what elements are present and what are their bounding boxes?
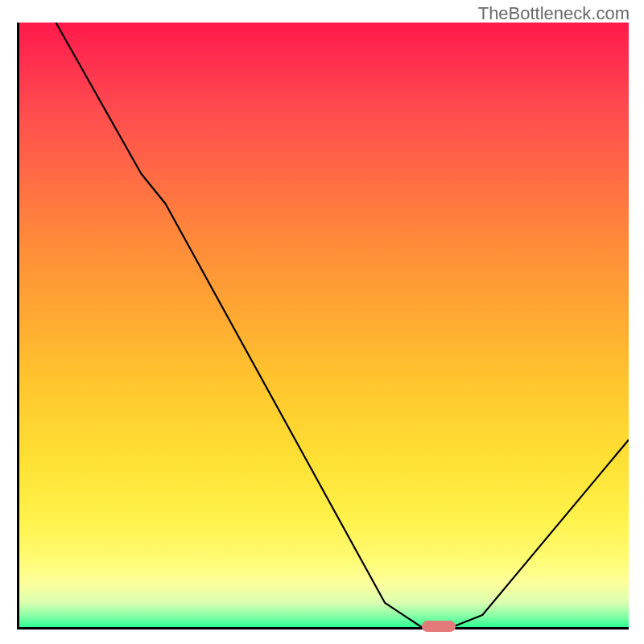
- plot-container: [17, 23, 629, 630]
- watermark-text: TheBottleneck.com: [478, 3, 630, 24]
- optimum-marker: [422, 621, 456, 632]
- curve-line: [19, 23, 629, 627]
